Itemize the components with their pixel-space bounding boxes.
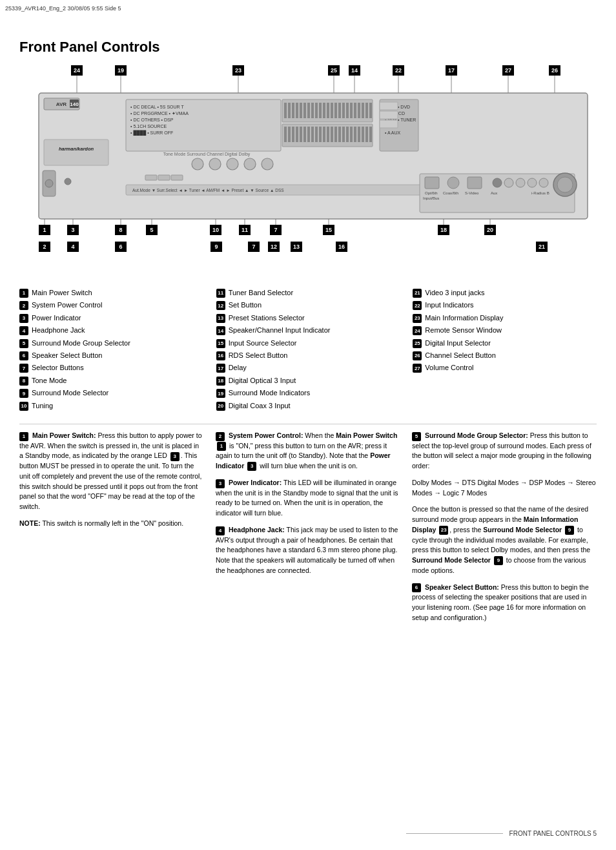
item-label: System Power Control [32, 300, 102, 310]
svg-rect-72 [300, 127, 302, 142]
desc-badge-3: 3 [216, 479, 225, 488]
item-label: Preset Stations Selector [229, 313, 305, 323]
svg-rect-63 [354, 103, 356, 118]
svg-point-118 [528, 178, 537, 187]
item-label: Digital Optical 3 Input [229, 376, 296, 386]
ref-9: 9 [565, 526, 574, 535]
svg-text:i-Radius B: i-Radius B [531, 191, 549, 195]
item-label: Set Button [229, 300, 262, 310]
item-num-badge: 13 [216, 314, 225, 323]
svg-rect-84 [346, 127, 349, 142]
list-item: 27 Volume Control [413, 363, 597, 373]
list-item: 18 Digital Optical 3 Input [216, 376, 400, 386]
item-num-badge: 18 [216, 377, 225, 386]
item-num-badge: 16 [216, 351, 225, 360]
svg-rect-50 [303, 103, 306, 118]
svg-rect-68 [284, 127, 287, 142]
ref-9b: 9 [494, 556, 503, 565]
svg-rect-28 [44, 140, 108, 165]
svg-rect-89 [365, 127, 368, 142]
list-item: 21 Video 3 input jacks [413, 288, 597, 298]
item-num-badge: 12 [216, 301, 225, 310]
svg-rect-71 [296, 127, 298, 142]
items-col-2: 11 Tuner Band Selector 12 Set Button 13 … [216, 288, 400, 413]
item-num-badge: 1 [19, 289, 28, 298]
item-label: Channel Select Button [425, 351, 495, 360]
svg-text:21: 21 [539, 244, 545, 250]
items-col-3: 21 Video 3 input jacks 22 Input Indicato… [413, 288, 597, 413]
svg-text:27: 27 [505, 67, 511, 74]
list-item: 1 Main Power Switch [19, 288, 203, 298]
bold-ref5: Surround Mode Selector [412, 556, 491, 564]
svg-rect-54 [319, 103, 322, 118]
svg-text:6: 6 [119, 244, 122, 250]
svg-rect-57 [331, 103, 333, 118]
list-item: 22 Input Indicators [413, 300, 597, 310]
list-item: 17 Delay [216, 363, 400, 373]
item-label: Tone Mode [32, 376, 67, 386]
svg-text:7: 7 [252, 244, 255, 250]
svg-rect-69 [288, 127, 291, 142]
item-label: Main Power Switch [32, 288, 92, 298]
item-num-badge: 23 [413, 314, 422, 323]
svg-text:24: 24 [74, 67, 80, 74]
svg-text:• A AUX: • A AUX [385, 130, 401, 135]
item-num-badge: 19 [216, 389, 225, 398]
svg-rect-85 [350, 127, 353, 142]
desc-title-3: Power Indicator: [229, 479, 282, 486]
desc-badge-6: 6 [412, 583, 421, 592]
desc-4: 4 Headphone Jack: This jack may be used … [216, 525, 400, 576]
note-1: NOTE: This switch is normally left in th… [19, 519, 204, 529]
modes-list: Dolby Modes → DTS Digital Modes → DSP Mo… [412, 478, 597, 499]
svg-rect-78 [323, 127, 325, 142]
svg-point-116 [504, 178, 513, 187]
list-item: 12 Set Button [216, 300, 400, 310]
desc-badge-5: 5 [412, 432, 421, 441]
svg-rect-107 [158, 175, 170, 180]
list-item: 19 Surround Mode Indicators [216, 388, 400, 398]
svg-text:Aux: Aux [491, 191, 497, 195]
svg-rect-64 [358, 103, 360, 118]
svg-text:26: 26 [551, 67, 558, 74]
item-label: Digital Coax 3 Input [229, 401, 291, 411]
svg-text:22: 22 [395, 67, 402, 74]
list-item: 20 Digital Coax 3 Input [216, 401, 400, 411]
svg-rect-73 [303, 127, 306, 142]
item-label: Volume Control [425, 363, 473, 373]
svg-text:140: 140 [70, 101, 79, 107]
item-label: Surround Mode Group Selector [32, 338, 130, 348]
desc-title-4: Headphone Jack: [229, 526, 285, 534]
svg-rect-61 [346, 103, 349, 118]
descriptions-section: 1 Main Power Switch: Press this button t… [19, 431, 597, 630]
svg-text:• 5.1CH SOURCE: • 5.1CH SOURCE [130, 124, 167, 129]
page-title: Front Panel Controls [19, 39, 597, 56]
items-col-1: 1 Main Power Switch 2 System Power Contr… [19, 288, 203, 413]
item-label: Headphone Jack [32, 326, 85, 335]
desc-title-5: Surround Mode Group Selector: [425, 431, 528, 439]
svg-text:7: 7 [274, 227, 277, 233]
item-label: Tuner Band Selector [229, 288, 293, 298]
svg-text:5: 5 [150, 227, 153, 233]
svg-text:4: 4 [71, 244, 74, 250]
svg-rect-46 [288, 103, 291, 118]
svg-text:• DC PRGGRMCE  • ✦VMAA: • DC PRGGRMCE • ✦VMAA [130, 111, 189, 116]
list-item: 14 Speaker/Channel Input Indicator [216, 326, 400, 335]
item-label: Surround Mode Indicators [229, 388, 311, 398]
svg-point-119 [539, 178, 548, 187]
list-item: 26 Channel Select Button [413, 351, 597, 360]
list-item: 2 System Power Control [19, 300, 203, 310]
svg-text:13: 13 [293, 244, 300, 250]
svg-rect-87 [358, 127, 360, 142]
item-num-badge: 25 [413, 339, 422, 348]
svg-rect-88 [362, 127, 364, 142]
svg-rect-66 [365, 103, 368, 118]
svg-rect-114 [467, 177, 482, 189]
svg-rect-81 [334, 127, 337, 142]
desc-3: 3 Power Indicator: This LED will be illu… [216, 478, 400, 519]
list-item: 4 Headphone Jack [19, 326, 203, 335]
svg-point-103 [227, 158, 238, 170]
svg-rect-97 [380, 102, 398, 110]
svg-point-102 [209, 158, 221, 170]
svg-rect-98 [380, 111, 398, 119]
desc-col-2: 2 System Power Control: When the Main Po… [216, 431, 400, 630]
